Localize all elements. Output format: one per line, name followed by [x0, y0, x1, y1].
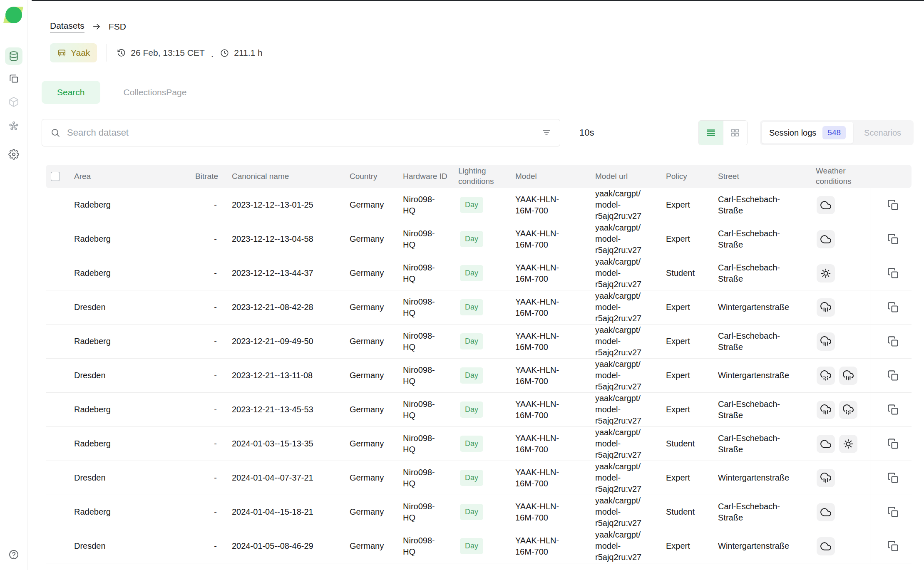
cell-model-url: yaak/cargpt/model-r5ajq2ru:v27 — [591, 495, 662, 529]
copy-button[interactable] — [887, 370, 899, 382]
help-circle-icon — [8, 549, 19, 560]
scenarios-segment[interactable]: Scenarios — [853, 124, 912, 142]
session-logs-segment[interactable]: Session logs 548 — [762, 122, 853, 144]
column-header-Model: Model — [511, 171, 591, 182]
search-icon — [50, 128, 60, 138]
table-row[interactable]: Radeberg-2024-01-03--15-13-35GermanyNiro… — [46, 427, 912, 461]
cell-actions — [870, 290, 912, 324]
cell-model: YAAK-HLN-16M-700 — [511, 364, 591, 387]
cell-model: YAAK-HLN-16M-700 — [511, 535, 591, 558]
table-row[interactable]: Radeberg-2023-12-12--13-44-37GermanyNiro… — [46, 256, 912, 290]
table-row[interactable]: Radeberg-2023-12-21--09-49-50GermanyNiro… — [46, 325, 912, 359]
copy-button[interactable] — [887, 506, 899, 518]
filter-lines-icon[interactable] — [541, 128, 551, 138]
sidebar-item-pipelines[interactable] — [5, 117, 22, 135]
cell-weather-conditions — [812, 537, 870, 555]
copy-button[interactable] — [887, 233, 899, 245]
cell-canonical-name: 2023-12-21--13-11-08 — [223, 370, 345, 381]
copy-button[interactable] — [887, 336, 899, 347]
cell-canonical-name: 2023-12-12--13-44-37 — [223, 268, 345, 279]
copy-button[interactable] — [887, 438, 899, 450]
cloud-rain-chip — [817, 469, 835, 487]
cell-hardware-id: Niro098-HQ — [399, 467, 454, 489]
list-view-button[interactable] — [699, 121, 723, 145]
table-row[interactable]: Dresden-2023-12-21--08-42-28GermanyNiro0… — [46, 290, 912, 325]
cell-policy: Student — [662, 268, 714, 279]
table-row[interactable]: Radeberg-2023-12-21--13-45-53GermanyNiro… — [46, 393, 912, 427]
table-row[interactable]: Radeberg-2023-12-12--13-04-58GermanyNiro… — [46, 222, 912, 256]
sidebar-item-datasets[interactable] — [5, 47, 22, 65]
cell-policy: Expert — [662, 370, 714, 381]
cell-policy: Expert — [662, 336, 714, 347]
copy-icon — [887, 404, 899, 416]
cell-actions — [870, 222, 912, 256]
copy-icon — [887, 233, 899, 245]
cell-bitrate: - — [187, 404, 223, 415]
table-row[interactable]: Dresden-2024-01-05--08-46-29GermanyNiro0… — [46, 529, 912, 563]
breadcrumb-datasets-link[interactable]: Datasets — [50, 21, 84, 32]
cell-model-url: yaak/cargpt/model-r5ajq2ru:v27 — [591, 461, 662, 495]
cell-lighting-conditions: Day — [454, 197, 511, 213]
search-input[interactable] — [67, 127, 535, 138]
cloud-drizzle-icon — [843, 404, 854, 415]
cell-lighting-conditions: Day — [454, 265, 511, 281]
cell-lighting-conditions: Day — [454, 504, 511, 520]
table-row[interactable]: Radeberg-2024-01-04--15-18-21GermanyNiro… — [46, 495, 912, 529]
cell-actions — [870, 393, 912, 426]
app-logo[interactable] — [4, 6, 23, 25]
table-row[interactable]: Radeberg-2023-12-12--13-01-25GermanyNiro… — [46, 188, 912, 222]
copy-icon — [887, 438, 899, 450]
cell-street: Wintergartenstraße — [714, 370, 812, 381]
copy-button[interactable] — [887, 472, 899, 484]
cell-street: Carl-Eschebach-Straße — [714, 194, 812, 216]
table-row[interactable]: Dresden-2024-01-04--07-37-21GermanyNiro0… — [46, 461, 912, 495]
copy-icon — [887, 336, 899, 347]
copy-button[interactable] — [887, 268, 899, 279]
cell-canonical-name: 2023-12-21--13-45-53 — [223, 404, 345, 415]
lighting-badge: Day — [460, 436, 483, 452]
cell-area: Dresden — [70, 540, 187, 552]
cloud-icon — [820, 541, 831, 552]
cloud-rain-icon — [843, 370, 854, 381]
vehicle-badge[interactable]: Yaak — [50, 43, 97, 62]
table-row[interactable]: Dresden-2023-12-21--13-11-08GermanyNiro0… — [46, 359, 912, 393]
datasets-table: AreaBitrateCanonical nameCountryHardware… — [46, 165, 912, 563]
cell-area: Radeberg — [70, 199, 187, 211]
cell-lighting-conditions: Day — [454, 231, 511, 247]
clock-icon — [220, 48, 229, 58]
sidebar-item-collections[interactable] — [5, 70, 22, 87]
cell-area: Radeberg — [70, 336, 187, 347]
sun-icon — [843, 439, 854, 449]
sun-chip — [839, 435, 857, 453]
cell-model-url: yaak/cargpt/model-r5ajq2ru:v27 — [591, 427, 662, 461]
copy-button[interactable] — [887, 199, 899, 211]
select-all-checkbox[interactable] — [51, 172, 60, 181]
cell-policy: Expert — [662, 540, 714, 552]
history-clock-icon — [117, 48, 126, 58]
copy-button[interactable] — [887, 302, 899, 313]
cell-hardware-id: Niro098-HQ — [399, 262, 454, 285]
sidebar — [0, 0, 27, 570]
cell-policy: Expert — [662, 404, 714, 415]
cell-country: Germany — [345, 233, 399, 245]
cloud-chip — [817, 435, 835, 453]
tab-search[interactable]: Search — [42, 81, 100, 104]
divider — [107, 44, 107, 62]
cell-policy: Expert — [662, 472, 714, 483]
copy-button[interactable] — [887, 404, 899, 416]
sidebar-item-packages[interactable] — [5, 93, 22, 111]
toolbar: 10s Session logs 548 Scenarios — [42, 119, 914, 146]
car-icon — [57, 48, 67, 58]
grid-view-button[interactable] — [723, 121, 747, 145]
vehicle-label: Yaak — [71, 48, 90, 58]
copy-icon — [887, 370, 899, 382]
copy-button[interactable] — [887, 540, 899, 552]
cell-model: YAAK-HLN-16M-700 — [511, 399, 591, 421]
cell-model-url: yaak/cargpt/model-r5ajq2ru:v27 — [591, 393, 662, 426]
cell-bitrate: - — [187, 268, 223, 279]
sidebar-item-settings[interactable] — [5, 146, 22, 163]
help-button[interactable] — [5, 546, 22, 563]
tab-collections-page[interactable]: CollectionsPage — [124, 87, 187, 97]
cloud-drizzle-chip — [817, 367, 835, 385]
recorded-at: 26 Feb, 13:15 CET — [117, 48, 204, 58]
